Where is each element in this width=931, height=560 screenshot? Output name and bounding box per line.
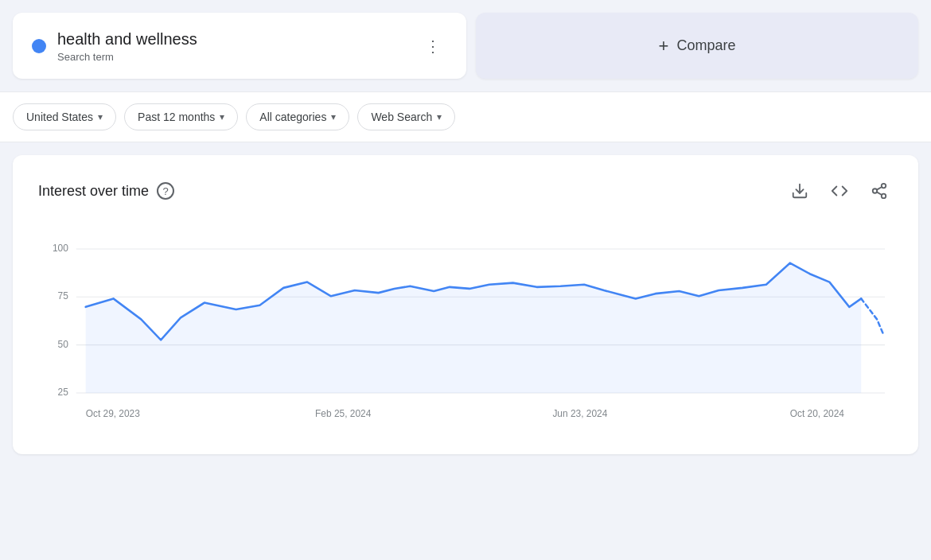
chevron-down-icon: ▾ — [98, 111, 103, 122]
download-icon — [791, 182, 808, 200]
embed-icon — [831, 182, 848, 200]
chart-line-dashed — [861, 298, 883, 334]
embed-button[interactable] — [826, 177, 853, 204]
x-axis-oct2023: Oct 29, 2023 — [86, 408, 140, 419]
x-axis-oct2024: Oct 20, 2024 — [790, 408, 844, 419]
filter-search-type[interactable]: Web Search ▾ — [357, 103, 455, 130]
y-axis-25: 25 — [58, 387, 68, 398]
search-term-card: health and wellness Search term ⋮ — [13, 13, 466, 79]
chart-title-group: Interest over time ? — [38, 182, 174, 200]
chart-title: Interest over time — [38, 183, 149, 200]
filters-bar: United States ▾ Past 12 months ▾ All cat… — [0, 91, 931, 142]
search-term-sublabel: Search term — [57, 51, 197, 63]
search-term-left: health and wellness Search term — [32, 29, 197, 63]
chart-header: Interest over time ? — [38, 177, 893, 204]
compare-card[interactable]: + Compare — [476, 13, 918, 79]
filter-category[interactable]: All categories ▾ — [246, 103, 349, 130]
svg-line-4 — [877, 192, 882, 195]
chart-area-fill — [86, 263, 862, 393]
search-term-title: health and wellness — [57, 29, 197, 49]
chart-svg: 100 75 50 25 Oct 29, 2023 Feb 25, 2024 J… — [38, 228, 893, 435]
top-bar: health and wellness Search term ⋮ + Comp… — [0, 0, 931, 91]
help-icon[interactable]: ? — [157, 182, 174, 200]
share-button[interactable] — [866, 177, 893, 204]
filter-country[interactable]: United States ▾ — [13, 103, 116, 130]
y-axis-100: 100 — [53, 243, 68, 254]
download-button[interactable] — [786, 177, 813, 204]
svg-line-5 — [877, 187, 882, 190]
chevron-down-icon: ▾ — [437, 111, 442, 122]
chart-area: 100 75 50 25 Oct 29, 2023 Feb 25, 2024 J… — [38, 228, 893, 435]
search-term-text: health and wellness Search term — [57, 29, 197, 63]
main-content: Interest over time ? — [0, 142, 931, 467]
x-axis-jun2024: Jun 23, 2024 — [552, 408, 607, 419]
search-term-dot — [32, 39, 46, 53]
compare-plus-icon: + — [659, 36, 669, 56]
x-axis-feb2024: Feb 25, 2024 — [315, 408, 371, 419]
chart-actions — [786, 177, 893, 204]
chevron-down-icon: ▾ — [220, 111, 224, 122]
share-icon — [871, 182, 888, 200]
filter-time-range[interactable]: Past 12 months ▾ — [124, 103, 238, 130]
interest-over-time-card: Interest over time ? — [13, 155, 918, 454]
more-options-button[interactable]: ⋮ — [419, 32, 447, 60]
y-axis-75: 75 — [58, 290, 68, 301]
chevron-down-icon: ▾ — [331, 111, 336, 122]
compare-label: Compare — [676, 37, 735, 54]
y-axis-50: 50 — [58, 339, 68, 350]
